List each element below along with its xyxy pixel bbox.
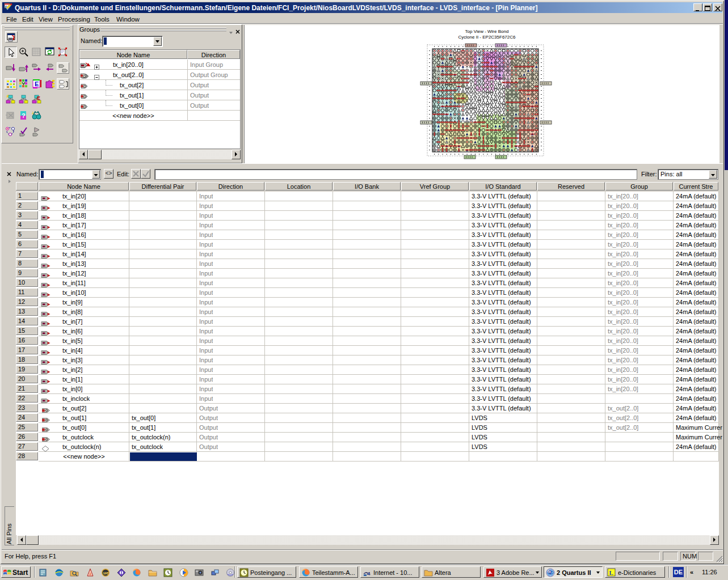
- svg-text:Top View - Wire Bond: Top View - Wire Bond: [465, 29, 509, 34]
- svg-text:E: E: [35, 81, 39, 87]
- svg-text:Cyclone II - EP2C35F672C6: Cyclone II - EP2C35F672C6: [458, 35, 516, 40]
- svg-text:?: ?: [22, 112, 26, 119]
- svg-text:O: O: [83, 95, 87, 99]
- svg-text:O: O: [83, 74, 86, 78]
- svg-text:E: E: [37, 95, 40, 101]
- svg-text:Q: Q: [549, 570, 552, 574]
- svg-text:O: O: [83, 84, 87, 88]
- svg-text:ue: ue: [103, 570, 109, 575]
- svg-text:O: O: [83, 105, 87, 109]
- svg-text:L: L: [609, 569, 613, 576]
